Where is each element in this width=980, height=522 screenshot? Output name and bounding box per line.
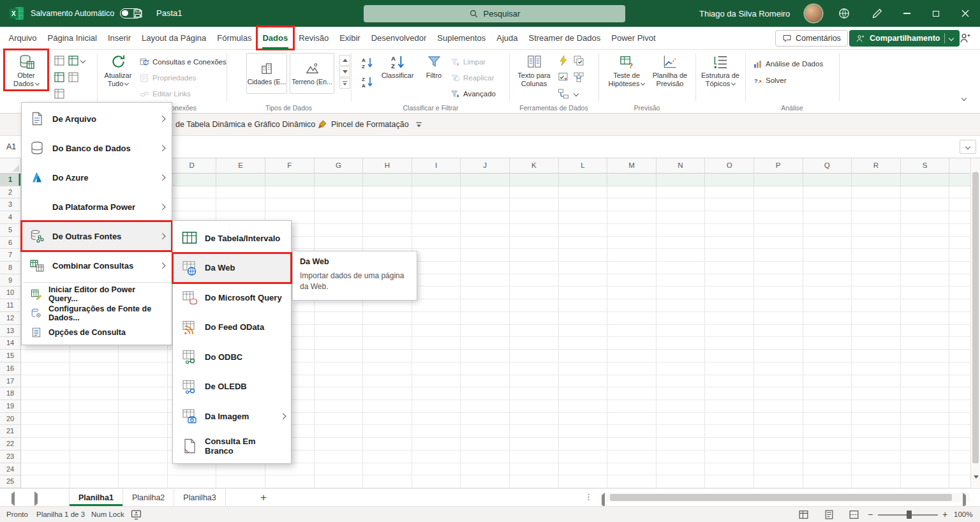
tab-streamer-de-dados[interactable]: Streamer de Dados (523, 27, 606, 49)
menu-item-da-plataforma-power[interactable]: Da Plataforma Power (22, 192, 172, 221)
sheet-next-button[interactable] (34, 494, 38, 503)
gallery-up-button[interactable] (339, 55, 350, 66)
row-header-9[interactable]: 9 (0, 274, 20, 287)
select-all-corner[interactable] (0, 158, 21, 174)
search-input[interactable]: Pesquisar (364, 5, 625, 22)
menu-item-da-imagem[interactable]: Da Imagem (173, 401, 291, 431)
tab-power-pivot[interactable]: Power Pivot (606, 27, 661, 49)
reapply-filter-button[interactable]: Reaplicar (450, 71, 494, 84)
menu-item-do-banco-de-dados[interactable]: Do Banco de Dados (22, 133, 172, 163)
chevron-down-icon[interactable] (574, 91, 579, 96)
outline-button[interactable]: Estrutura de Tópicos (701, 52, 740, 88)
sheet-tab-planilha1[interactable]: Planilha1 (69, 489, 123, 506)
row-header-18[interactable]: 18 (0, 387, 20, 400)
accessibility-icon[interactable] (131, 509, 142, 520)
comments-button[interactable]: Comentários (775, 30, 848, 47)
gallery-down-button[interactable] (339, 66, 350, 77)
sheet-tab-planilha2[interactable]: Planilha2 (123, 489, 174, 506)
from-table-range-button[interactable] (54, 71, 65, 83)
data-type-cidades-button[interactable]: Cidades (E... (246, 53, 287, 94)
data-analysis-button[interactable]: Análise de Dados (753, 57, 823, 70)
menu-item-opcoes-de-consulta[interactable]: Opções de Consulta (22, 323, 172, 342)
sheet-tab-planilha3[interactable]: Planilha3 (174, 489, 225, 506)
formula-bar-expand-button[interactable] (960, 140, 976, 154)
menu-item-de-tabela-intervalo[interactable]: De Tabela/Intervalo (173, 223, 291, 253)
forecast-sheet-button[interactable]: Planilha de Previsão (651, 52, 689, 88)
advanced-filter-button[interactable]: Avançado (450, 87, 496, 100)
menu-item-consulta-em-branco[interactable]: Consulta Em Branco (173, 431, 291, 461)
column-header-j[interactable]: J (461, 158, 510, 173)
new-sheet-button[interactable]: + (256, 491, 271, 505)
sort-az-button[interactable]: AZ (361, 56, 374, 69)
column-header-o[interactable]: O (705, 158, 754, 173)
refresh-all-button[interactable]: Atualizar Tudo (100, 52, 137, 88)
tab-dados[interactable]: Dados (257, 27, 293, 49)
existing-connections-button[interactable] (54, 88, 65, 100)
menu-item-do-azure[interactable]: Do Azure (22, 163, 172, 192)
avatar[interactable] (805, 4, 822, 22)
row-header-12[interactable]: 12 (0, 312, 20, 325)
row-header-6[interactable]: 6 (0, 237, 20, 250)
chevron-down-icon[interactable] (80, 58, 85, 63)
flash-fill-button[interactable] (558, 55, 569, 66)
minimize-button[interactable] (892, 0, 921, 27)
remove-duplicates-button[interactable] (573, 55, 584, 66)
globe-icon[interactable] (838, 7, 850, 20)
row-header-11[interactable]: 11 (0, 299, 20, 312)
row-header-3[interactable]: 3 (0, 198, 20, 211)
row-header-14[interactable]: 14 (0, 337, 20, 350)
row-header-10[interactable]: 10 (0, 287, 20, 299)
column-header-e[interactable]: E (216, 158, 265, 173)
menu-item-de-oledb[interactable]: De OLEDB (173, 372, 291, 402)
autosave-control[interactable]: Salvamento Automático (31, 0, 142, 27)
column-header-m[interactable]: M (607, 158, 657, 173)
save-icon[interactable] (132, 8, 144, 19)
properties-button[interactable]: Propriedades (140, 71, 196, 84)
sheet-prev-button[interactable] (11, 494, 15, 503)
menu-item-de-outras-fontes[interactable]: De Outras Fontes (22, 221, 172, 251)
edit-links-button[interactable]: Editar Links (140, 87, 191, 100)
column-header-n[interactable]: N (657, 158, 706, 173)
row-header-16[interactable]: 16 (0, 362, 20, 375)
sheet-overflow-icon[interactable]: ⋮ (584, 492, 593, 502)
menu-item-do-feed-odata[interactable]: Do Feed OData (173, 313, 291, 343)
row-header-13[interactable]: 13 (0, 325, 20, 338)
column-header-t[interactable]: T (949, 158, 970, 173)
normal-view-button[interactable] (798, 509, 809, 520)
menu-item-configuracoes-de-fonte-de-dados[interactable]: Configurações de Fonte de Dados... (22, 304, 172, 323)
column-header-d[interactable]: D (168, 158, 217, 173)
menu-item-do-microsoft-query[interactable]: Do Microsoft Query (173, 283, 291, 313)
row-header-1[interactable]: 1 (0, 174, 20, 186)
zoom-out-button[interactable]: − (868, 507, 873, 522)
row-header-17[interactable]: 17 (0, 375, 20, 388)
horizontal-scrollbar[interactable] (600, 493, 970, 502)
column-header-l[interactable]: L (559, 158, 608, 173)
qat-more-button[interactable] (415, 114, 423, 135)
tab-exibir[interactable]: Exibir (334, 27, 366, 49)
menu-item-da-web[interactable]: Da Web (173, 253, 291, 283)
vertical-scroll-thumb[interactable] (972, 172, 979, 463)
filter-button[interactable]: Filtro (420, 52, 448, 80)
column-header-i[interactable]: I (412, 158, 461, 173)
from-text-csv-button[interactable] (54, 55, 65, 66)
menu-item-do-odbc[interactable]: Do ODBC (173, 342, 291, 372)
menu-item-combinar-consultas[interactable]: Combinar Consultas (22, 251, 172, 280)
pen-icon[interactable] (871, 7, 884, 20)
horizontal-scroll-thumb[interactable] (610, 494, 952, 501)
row-header-20[interactable]: 20 (0, 413, 20, 426)
zoom-slider-thumb[interactable] (907, 511, 912, 519)
data-validation-button[interactable] (558, 71, 569, 83)
maximize-button[interactable] (921, 0, 951, 27)
row-header-22[interactable]: 22 (0, 438, 20, 451)
close-button[interactable] (951, 0, 980, 27)
row-header-15[interactable]: 15 (0, 350, 20, 362)
qat-pivot-item[interactable]: de Tabela Dinâmica e Gráfico Dinâmico (175, 114, 315, 135)
obter-dados-button[interactable]: Obter Dados (6, 52, 46, 88)
collapse-ribbon-icon[interactable] (961, 96, 967, 101)
row-header-2[interactable]: 2 (0, 186, 20, 199)
share-contact-icon[interactable] (959, 32, 972, 45)
scroll-left-icon[interactable] (602, 493, 605, 507)
column-header-f[interactable]: F (265, 158, 315, 173)
menu-item-iniciar-editor-do-power-query[interactable]: Iniciar Editor do Power Query... (22, 285, 172, 304)
zoom-level[interactable]: 100% (954, 507, 972, 522)
